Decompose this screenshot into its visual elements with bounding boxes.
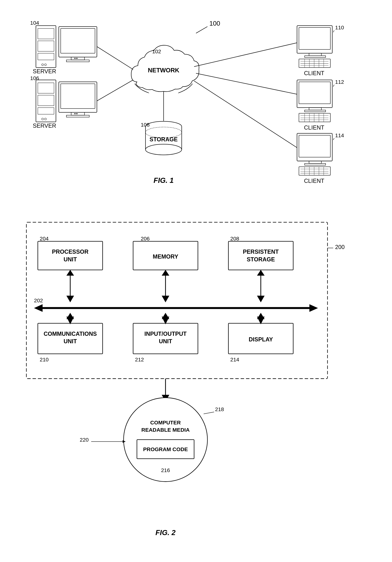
svg-rect-15 <box>71 112 84 115</box>
svg-marker-108 <box>162 313 169 319</box>
fig2-container: 200 202 PROCESSOR UNIT 204 MEMORY 206 <box>15 209 377 546</box>
fig1-label-106: 106 <box>30 75 39 81</box>
fig2-diagram: 200 202 PROCESSOR UNIT 204 MEMORY 206 <box>15 209 377 546</box>
fig2-label-220: 220 <box>80 437 89 443</box>
fig2-label-210: 210 <box>40 357 49 363</box>
svg-point-23 <box>42 118 44 120</box>
svg-marker-100 <box>257 270 265 276</box>
fig2-media-text: COMPUTER <box>150 420 181 425</box>
svg-rect-37 <box>299 27 330 49</box>
fig2-label-216: 216 <box>161 467 170 473</box>
fig2-label-212: 212 <box>135 357 144 363</box>
svg-marker-112 <box>257 313 265 319</box>
svg-line-116 <box>204 412 214 414</box>
svg-rect-9 <box>38 41 54 51</box>
fig2-label-202: 202 <box>34 297 43 304</box>
svg-marker-87 <box>34 304 43 312</box>
svg-line-82 <box>196 73 297 94</box>
fig1-diagram: 100 SERVER 104 <box>15 11 377 194</box>
fig1-client3: CLIENT <box>297 133 332 184</box>
svg-rect-20 <box>38 83 54 93</box>
svg-rect-22 <box>38 108 54 114</box>
svg-marker-104 <box>66 313 74 319</box>
svg-rect-21 <box>38 95 54 106</box>
svg-point-6 <box>76 58 77 59</box>
fig1-server1-label: SERVER <box>33 68 56 74</box>
fig1-client2: CLIENT <box>297 80 332 131</box>
fig1-label-112: 112 <box>335 79 344 85</box>
fig2-memory-text: MEMORY <box>153 253 178 260</box>
fig1-container: 100 SERVER 104 <box>15 11 377 194</box>
svg-line-81 <box>194 43 297 67</box>
fig2-display-text: DISPLAY <box>249 336 273 342</box>
fig1-storage-text: STORAGE <box>150 136 178 142</box>
fig1-client2-label: CLIENT <box>304 124 324 131</box>
fig1-caption: FIG. 1 <box>154 176 174 184</box>
fig1-client1-label: CLIENT <box>304 70 324 76</box>
fig2-label-214: 214 <box>230 357 239 363</box>
svg-rect-13 <box>59 82 97 112</box>
fig1-server2-label: SERVER <box>33 122 56 129</box>
svg-line-49 <box>333 30 334 32</box>
svg-rect-2 <box>61 28 95 53</box>
svg-rect-19 <box>36 80 56 122</box>
svg-marker-91 <box>66 296 74 302</box>
svg-rect-38 <box>309 53 321 56</box>
fig2-label-204: 204 <box>40 235 49 242</box>
svg-rect-53 <box>305 110 325 112</box>
svg-point-11 <box>42 64 44 66</box>
fig2-processor-text2: UNIT <box>64 256 77 262</box>
fig2-comm-text: COMMUNICATIONS <box>44 330 97 337</box>
fig2-caption: FIG. 2 <box>155 528 176 537</box>
svg-rect-52 <box>309 108 321 110</box>
fig2-persistent-text2: STORAGE <box>247 256 275 262</box>
svg-rect-16 <box>66 115 89 117</box>
svg-rect-50 <box>297 80 332 108</box>
fig1-label-104: 104 <box>30 20 39 26</box>
svg-rect-64 <box>297 133 332 161</box>
svg-rect-66 <box>309 161 321 164</box>
fig1-storage: STORAGE <box>146 121 182 155</box>
fig2-comm-text2: UNIT <box>64 338 77 344</box>
fig1-label-110: 110 <box>335 24 344 31</box>
svg-rect-3 <box>71 57 84 60</box>
fig1-label-100: 100 <box>209 20 220 27</box>
svg-rect-65 <box>299 135 330 157</box>
fig2-persistent-text: PERSISTENT <box>243 248 279 255</box>
svg-point-18 <box>76 113 77 114</box>
svg-point-5 <box>74 58 75 59</box>
page-container: 100 SERVER 104 <box>0 0 392 562</box>
fig2-label-206: 206 <box>141 235 150 242</box>
svg-rect-7 <box>36 26 56 68</box>
fig2-label-218: 218 <box>215 406 224 412</box>
svg-point-12 <box>45 64 46 66</box>
fig2-program-text: PROGRAM CODE <box>143 446 188 452</box>
svg-point-34 <box>146 144 182 155</box>
svg-rect-67 <box>305 164 325 165</box>
svg-marker-96 <box>162 270 169 276</box>
svg-rect-39 <box>305 56 325 57</box>
svg-marker-92 <box>66 270 74 276</box>
fig1-client1: CLIENT <box>297 26 332 76</box>
fig2-io-text: INPUT/OUTPUT <box>144 330 187 337</box>
fig1-client3-label: CLIENT <box>304 178 324 184</box>
fig2-label-208: 208 <box>230 235 239 242</box>
fig2-io-text2: UNIT <box>159 338 172 344</box>
fig2-media-text2: READABLE MEDIA <box>141 427 190 433</box>
fig1-label-108: 108 <box>141 122 150 128</box>
svg-line-79 <box>97 80 133 101</box>
svg-rect-68 <box>299 167 330 175</box>
fig1-network-text: NETWORK <box>148 67 179 74</box>
svg-rect-4 <box>66 60 89 62</box>
svg-rect-54 <box>299 113 330 122</box>
svg-rect-14 <box>61 84 95 109</box>
svg-rect-36 <box>297 26 332 53</box>
svg-rect-40 <box>299 59 330 68</box>
svg-marker-88 <box>309 304 318 312</box>
svg-point-17 <box>74 113 75 114</box>
svg-marker-95 <box>162 296 169 302</box>
svg-rect-8 <box>38 28 54 39</box>
svg-line-78 <box>97 47 133 69</box>
svg-rect-97 <box>228 241 293 270</box>
fig2-label-200: 200 <box>335 244 345 250</box>
